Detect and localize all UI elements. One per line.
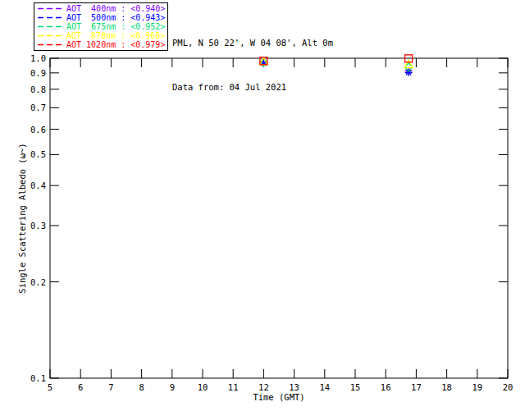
y-tick-label: 0.5 xyxy=(30,149,46,159)
y-tick-label: 0.6 xyxy=(30,125,46,135)
x-tick-label: 18 xyxy=(441,382,452,392)
y-tick-label: 0.7 xyxy=(30,103,46,112)
x-tick-label: 8 xyxy=(139,382,144,392)
x-tick-label: 9 xyxy=(170,382,175,392)
y-tick-label: 0.3 xyxy=(30,221,46,231)
x-tick-label: 6 xyxy=(78,382,83,392)
x-tick-label: 12 xyxy=(258,382,269,392)
x-tick-label: 15 xyxy=(350,382,361,392)
x-tick-label: 20 xyxy=(503,382,514,392)
y-tick-label: 1.0 xyxy=(30,53,46,63)
x-tick-label: 11 xyxy=(228,382,239,392)
x-tick-label: 19 xyxy=(472,382,482,392)
plot-frame xyxy=(50,58,508,378)
y-axis-title: Single Scattering Albedo (ω~) xyxy=(17,143,27,293)
y-tick-label: 0.1 xyxy=(30,373,46,383)
x-tick-label: 14 xyxy=(319,382,330,392)
ssa-chart: 5678910111213141516171819201.00.90.80.70… xyxy=(0,0,525,420)
y-tick-label: 0.2 xyxy=(30,277,46,287)
x-axis-title: Time (GMT) xyxy=(50,392,508,402)
x-tick-label: 17 xyxy=(411,382,422,392)
x-tick-label: 7 xyxy=(108,382,113,392)
x-tick-label: 13 xyxy=(289,382,299,392)
x-tick-label: 10 xyxy=(198,382,208,392)
ssa-plot-canvas: PML, N 50 22', W 04 08', Alt 0m Data fro… xyxy=(0,0,525,420)
y-tick-label: 0.4 xyxy=(30,180,46,190)
x-tick-label: 5 xyxy=(48,382,52,392)
y-tick-label: 0.8 xyxy=(30,84,46,94)
x-tick-label: 16 xyxy=(381,382,391,392)
y-tick-label: 0.9 xyxy=(30,68,46,78)
